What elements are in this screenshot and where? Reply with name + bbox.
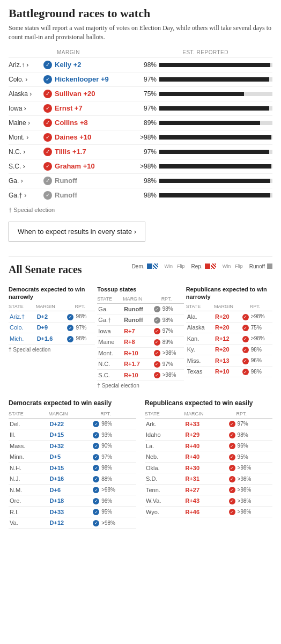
battleground-row: Ga.† ›✓Runoff98% <box>9 188 272 202</box>
rep-icon: ✓ <box>43 119 52 127</box>
progress-bar-track <box>159 63 272 67</box>
dem-easy-col: Democrats expected to win easily STATE M… <box>9 399 136 529</box>
dem-icon: ✓ <box>43 75 52 84</box>
margin-value: ✓Runoff <box>43 177 137 185</box>
progress-bar-track <box>159 179 272 183</box>
check-rep-icon: ✓ <box>229 465 235 471</box>
dem-easy-header: Democrats expected to win easily <box>9 399 136 408</box>
est-reported: 98% <box>137 61 272 69</box>
tossup-col-header: STATE MARGIN RPT. <box>97 296 183 304</box>
state-name: Ga. › <box>9 177 43 185</box>
margin-text: Runoff <box>55 191 77 199</box>
pct-value: 97% <box>137 105 157 112</box>
est-reported: 97% <box>137 105 272 112</box>
check-dem-icon: ✓ <box>93 509 99 515</box>
est-reported: 98% <box>137 177 272 185</box>
est-col-header: EST. REPORTED <box>179 49 272 57</box>
progress-bar-track <box>159 193 272 197</box>
table-row: Minn.D+5✓97% <box>9 451 136 463</box>
progress-bar-fill <box>159 164 271 169</box>
table-row: Wyo.R+46✓>98% <box>145 506 272 517</box>
table-row: S.D.R+31✓>98% <box>145 473 272 485</box>
est-reported: 97% <box>137 76 272 83</box>
table-row: Va.D+12✓>98% <box>9 517 136 529</box>
dem-narrow-col: Democrats expected to win narrowly STATE… <box>9 286 95 389</box>
state-name: Maine › <box>9 119 43 127</box>
check-rep-icon: ✓ <box>242 314 249 320</box>
rep-narrow-col: Republicans expected to win narrowly STA… <box>186 286 272 389</box>
table-row: N.H.D+15✓98% <box>9 462 136 473</box>
table-header-row: MARGIN EST. REPORTED <box>9 49 272 57</box>
progress-bar-fill <box>159 63 270 67</box>
progress-bar-fill <box>159 135 271 140</box>
table-row: Miss. R+13 ✓ 96% <box>186 355 272 367</box>
flip-label2: Flip <box>235 264 243 269</box>
table-row: Tenn.R+27✓>98% <box>145 484 272 495</box>
battleground-row: N.C. ›✓Tillis +1.797% <box>9 144 272 159</box>
dem-narrow-table: STATE MARGIN RPT. Ariz.† D+2 ✓ 98% Colo.… <box>9 304 95 345</box>
pct-value: 89% <box>137 119 157 127</box>
check-rep-icon: ✓ <box>154 372 160 378</box>
check-rep-icon: ✓ <box>229 421 235 427</box>
check-rep-icon: ✓ <box>154 350 160 356</box>
table-row: S.C. R+10 ✓ >98% <box>97 369 183 380</box>
state-name: N.C. › <box>9 148 43 156</box>
battleground-row: Ga. ›✓Runoff98% <box>9 173 272 188</box>
margin-value: ✓Kelly +2 <box>43 61 137 69</box>
margin-text: Graham +10 <box>55 162 95 170</box>
rep-easy-header: Republicans expected to win easily <box>145 399 272 408</box>
win-label2: Win <box>223 264 231 269</box>
check-rep-icon: ✓ <box>229 487 235 493</box>
check-dem-icon: ✓ <box>93 443 99 449</box>
battleground-row: Colo. ›✓Hickenlooper +997% <box>9 72 272 86</box>
progress-bar-fill <box>159 121 260 125</box>
state-name: Colo. › <box>9 76 43 83</box>
rep-narrow-col-header: STATE MARGIN RPT. <box>186 304 272 311</box>
margin-value: ✓Collins +8 <box>43 119 137 127</box>
table-row: N.C. R+1.7 ✓ 97% <box>97 358 183 370</box>
progress-bar-track <box>159 77 272 82</box>
check-dem-icon: ✓ <box>93 476 99 482</box>
battleground-row: Mont. ›✓Daines +10>98% <box>9 130 272 144</box>
pct-value: 97% <box>137 76 157 83</box>
state-name: Alaska › <box>9 90 43 98</box>
margin-value: ✓Ernst +7 <box>43 104 137 113</box>
table-row: N.M.D+6✓>98% <box>9 484 136 495</box>
progress-bar-track <box>159 150 272 154</box>
dem-flip-swatch <box>153 264 158 269</box>
table-row: Ky. R+20 ✓ 98% <box>186 344 272 355</box>
margin-text: Collins +8 <box>55 119 88 127</box>
check-rep-icon: ✓ <box>154 339 160 346</box>
runoff-swatch <box>267 264 272 269</box>
table-row: W.Va.R+43✓>98% <box>145 495 272 507</box>
table-row: Alaska R+20 ✓ 75% <box>186 322 272 333</box>
check-rep-icon: ✓ <box>154 361 160 368</box>
rep-narrow-table: STATE MARGIN RPT. Ala. R+20 ✓ >98% Alask… <box>186 304 272 377</box>
table-row: Del.D+22✓98% <box>9 418 136 429</box>
check-dem-icon: ✓ <box>67 314 73 320</box>
margin-value: ✓Daines +10 <box>43 133 137 142</box>
legend: Dem. Win Flip Rep. Win Flip <box>132 264 272 269</box>
est-reported: 75% <box>137 90 272 98</box>
battleground-table: MARGIN EST. REPORTED <box>9 49 272 57</box>
table-row: Ore.D+18✓96% <box>9 495 136 507</box>
dem-icon: ✓ <box>43 61 52 69</box>
table-row: R.I.D+33✓95% <box>9 506 136 517</box>
check-dem-icon: ✓ <box>93 465 99 471</box>
margin-text: Hickenlooper +9 <box>55 75 109 83</box>
progress-bar-fill <box>159 106 269 111</box>
battleground-row: Alaska ›✓Sullivan +2075% <box>9 86 272 101</box>
win-label: Win <box>165 264 173 269</box>
check-dem-icon: ✓ <box>93 432 99 438</box>
rep-label: Rep. <box>191 264 203 269</box>
results-link-button[interactable]: When to expect results in every state › <box>9 222 145 241</box>
battleground-row: S.C. ›✓Graham +10>98% <box>9 159 272 173</box>
pct-value: >98% <box>137 163 157 170</box>
page-subtitle: Some states will report a vast majority … <box>9 24 272 42</box>
margin-value: ✓Hickenlooper +9 <box>43 75 137 84</box>
progress-bar-fill <box>159 179 270 183</box>
dem-label: Dem. <box>132 264 145 269</box>
rep-flip-swatch <box>211 264 216 269</box>
tossup-col: Tossup states STATE MARGIN RPT. Ga. Runo… <box>97 286 183 389</box>
rep-icon: ✓ <box>43 104 52 113</box>
